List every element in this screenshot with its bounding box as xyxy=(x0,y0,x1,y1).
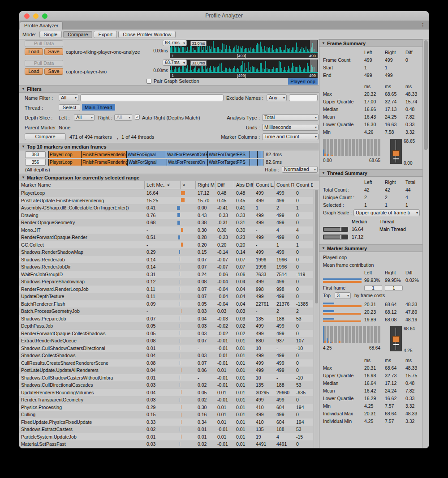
marker-row[interactable]: Mono.JIT-0.300.300.30-44 xyxy=(19,226,313,234)
frame-range-strip[interactable]: 1[499]499 xyxy=(170,53,318,58)
marker-row[interactable]: BatchRenderer.Flush0.090.05-0.040.042276… xyxy=(19,300,313,308)
zoom-window-button[interactable] xyxy=(42,13,47,19)
col-count-left[interactable]: Count L... xyxy=(254,181,275,189)
graph-scale-dropdown[interactable]: 68.7ms▾ xyxy=(163,40,187,46)
pair-graph-checkbox[interactable] xyxy=(146,79,151,84)
frame-time-graph[interactable]: 33.0ms xyxy=(170,60,318,73)
filters-header[interactable]: ▼ Filters xyxy=(19,85,319,93)
marker-summary-header[interactable]: ▼ Marker Summary xyxy=(319,244,422,252)
mode-compare-button[interactable]: Compare xyxy=(63,31,92,38)
marker-row[interactable]: Shadows.CullDirectionalCascades0.030.02-… xyxy=(19,381,313,389)
marker-row[interactable]: WaitForJobGroupID0.310.24-0.060.06763375… xyxy=(19,271,313,278)
marker-row[interactable]: PlayerLoop16.6417.120.480.484994990 xyxy=(19,189,313,197)
thread-select-button[interactable]: Select xyxy=(59,104,80,111)
comparison-table-header[interactable]: Marker Name Left Me... < > Right M... Di… xyxy=(19,181,319,189)
pull-data-button[interactable]: Pull Data xyxy=(25,60,63,67)
marker-segment[interactable] xyxy=(258,151,261,158)
marker-row[interactable]: Material.SetPassFast0.030.02-0.010.01449… xyxy=(19,440,313,448)
close-profiler-window-button[interactable]: Close Profiler Window xyxy=(118,31,176,38)
marker-segment[interactable]: WaitForSignal xyxy=(127,151,166,158)
marker-comparison-header[interactable]: ▼ Marker Comparison for currently select… xyxy=(19,174,319,181)
marker-row[interactable]: UpdateRendererBoundingVolumes0.040.050.0… xyxy=(19,389,313,397)
tab-profile-analyzer[interactable]: Profile Analyzer xyxy=(20,21,63,30)
exclude-mode-dropdown[interactable]: Any▾ xyxy=(267,94,287,101)
marker-row[interactable]: Batch.ProcessGeometryJob-0.030.030.03-22 xyxy=(19,307,313,315)
marker-row[interactable]: DepthPass.Job0.050.03-0.020.024994990 xyxy=(19,322,313,330)
marker-row[interactable]: Shadows.RenderJob0.140.07-0.070.07199619… xyxy=(19,256,313,264)
first-frame-right-button[interactable]: 1 xyxy=(385,285,403,291)
marker-segment[interactable]: WaitForPresentOn xyxy=(167,159,208,166)
graph-scale-dropdown[interactable]: 68.7ms▾ xyxy=(163,60,187,66)
col-count-diff[interactable]: Count D... xyxy=(294,181,313,189)
name-filter-mode-dropdown[interactable]: All▾ xyxy=(59,94,78,101)
mode-single-button[interactable]: Single xyxy=(39,31,62,38)
load-button[interactable]: Load xyxy=(25,68,43,75)
marker-columns-dropdown[interactable]: Time and Count▾ xyxy=(262,133,319,140)
titlebar[interactable]: Profile Analyzer xyxy=(19,11,429,21)
marker-segment[interactable]: WaitForPresentOnG xyxy=(166,151,208,158)
marker-row[interactable]: ExtractRenderNodeQueue0.080.07-0.010.018… xyxy=(19,337,313,345)
marker-row[interactable]: GC.Collect-0.200.200.20-11 xyxy=(19,241,313,249)
export-button[interactable]: Export xyxy=(94,31,117,38)
marker-segment[interactable]: PlayerLoop xyxy=(48,159,82,166)
name-filter-input[interactable] xyxy=(80,94,224,101)
marker-segment[interactable] xyxy=(261,151,263,158)
marker-row[interactable]: Shadows.CullShadowCastersWithoutUmbra0.0… xyxy=(19,374,313,382)
top10-header[interactable]: ▼ Top 10 markers on median frames xyxy=(19,143,319,150)
marker-segment[interactable] xyxy=(261,159,263,166)
top-marker-row[interactable]: 20.3168.6448.33 xyxy=(319,301,422,308)
selected-marker-tag[interactable]: PlayerLoop xyxy=(288,78,318,85)
marker-segment[interactable]: WaitForTargetFPS xyxy=(208,159,250,166)
thread-graph-scale-dropdown[interactable]: Upper quartile of frame ti▾ xyxy=(353,209,420,216)
col-left-median[interactable]: Left Me... xyxy=(145,181,165,189)
top-marker-row[interactable]: 20.2368.1247.89 xyxy=(319,308,422,316)
marker-segment[interactable]: WaitForTargetFPS xyxy=(208,151,250,158)
marker-row[interactable]: Shadows.PrepareJob0.070.04-0.030.0313518… xyxy=(19,315,313,323)
marker-segment[interactable]: FinishFrameRendering xyxy=(82,159,128,166)
frame-time-graph[interactable]: 33.0ms xyxy=(170,40,318,53)
marker-row[interactable]: Shadows.RenderJobDir0.140.07-0.070.07199… xyxy=(19,263,313,271)
depth-right-dropdown[interactable]: All▾ xyxy=(114,114,132,121)
marker-row[interactable]: Render.TransparentGeometry0.030.02-0.010… xyxy=(19,396,313,404)
marker-row[interactable]: PostLateUpdate.UpdateAllRenderers0.040.0… xyxy=(19,367,313,374)
marker-row[interactable]: Drawing0.760.43-0.330.334994990 xyxy=(19,212,313,219)
marker-row[interactable]: RenderForwardOpaque.Render0.510.28-0.230… xyxy=(19,234,313,241)
col-diff[interactable]: Diff xyxy=(215,181,234,189)
marker-row[interactable]: CullResults.CreateSharedRendererScene0.0… xyxy=(19,359,313,367)
frame-range-strip[interactable]: 1[499]499 xyxy=(170,73,318,78)
col-abs-diff[interactable]: Abs Diff▾ xyxy=(234,181,254,189)
marker-segment[interactable] xyxy=(250,151,258,158)
marker-segment[interactable]: PlayerLoop xyxy=(48,151,82,158)
pull-data-button[interactable]: Pull Data xyxy=(25,40,63,47)
save-button[interactable]: Save xyxy=(44,68,63,75)
marker-row[interactable]: Culling0.150.160.010.014994990 xyxy=(19,411,313,418)
right-pane-scrollbar[interactable] xyxy=(422,39,429,448)
minimize-window-button[interactable] xyxy=(33,13,39,19)
compare-button[interactable]: Compare xyxy=(25,133,66,140)
marker-segment[interactable] xyxy=(250,159,258,166)
marker-segment[interactable]: FinishFrameRendering xyxy=(82,151,127,158)
table-scrollbar[interactable] xyxy=(314,189,319,448)
load-button[interactable]: Load xyxy=(25,48,43,55)
marker-row[interactable]: FixedUpdate.PhysicsFixedUpdate0.330.340.… xyxy=(19,418,313,426)
marker-row[interactable]: Assembly-CSharp.dll!::Collectable.OnTrig… xyxy=(19,204,313,212)
marker-row[interactable]: RenderForward.RenderLoopJob0.110.07-0.04… xyxy=(19,286,313,293)
marker-row[interactable]: ParticleSystem.UpdateJob0.010.010.010.01… xyxy=(19,433,313,441)
col-left-bar[interactable]: < xyxy=(165,181,181,189)
marker-segment[interactable] xyxy=(258,159,261,166)
marker-row[interactable]: Shadows.ExtractCasters0.020.01-0.010.011… xyxy=(19,426,313,433)
thread-summary-header[interactable]: ▼ Thread Summary xyxy=(319,169,422,177)
marker-row[interactable]: RenderForwardOpaque.CollectShadows0.050.… xyxy=(19,330,313,337)
marker-row[interactable]: Shadows.CollectShadows0.040.03-0.010.014… xyxy=(19,352,313,359)
save-button[interactable]: Save xyxy=(44,48,63,55)
col-right-bar[interactable]: > xyxy=(181,181,196,189)
marker-row[interactable]: UpdateDepthTexture0.110.07-0.040.0449949… xyxy=(19,293,313,300)
thread-value-tag[interactable]: Main Thread xyxy=(82,104,115,111)
scrollbar-thumb[interactable] xyxy=(315,190,318,303)
exclude-names-input[interactable] xyxy=(289,94,318,101)
ratio-dropdown[interactable]: Normalized▾ xyxy=(282,166,318,173)
col-count-right[interactable]: Count R... xyxy=(275,181,294,189)
analysis-type-dropdown[interactable]: Total▾ xyxy=(262,114,319,121)
first-frame-left-button[interactable]: 1 xyxy=(364,285,382,291)
marker-row[interactable]: Shadows.RenderShadowMap0.290.15-0.140.14… xyxy=(19,248,313,256)
